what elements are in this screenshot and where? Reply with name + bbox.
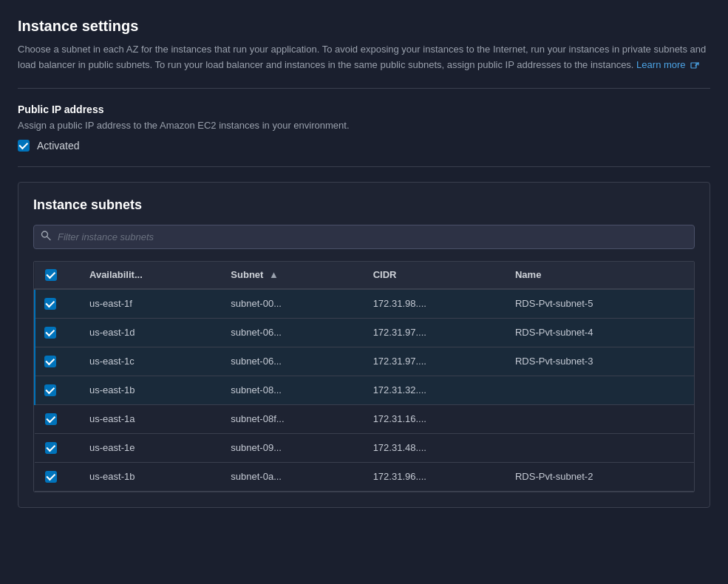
row-3-cidr: 172.31.32.... bbox=[363, 376, 505, 404]
row-4-checkbox-cell[interactable] bbox=[35, 404, 79, 433]
row-0-subnet: subnet-00... bbox=[220, 289, 362, 319]
row-1-checkbox[interactable] bbox=[44, 327, 56, 339]
row-0-name: RDS-Pvt-subnet-5 bbox=[505, 289, 694, 319]
row-0-checkbox-cell[interactable] bbox=[35, 289, 79, 319]
instance-subnets-section: Instance subnets Availabili bbox=[18, 182, 710, 508]
row-3-checkbox-cell[interactable] bbox=[35, 376, 79, 404]
external-link-icon bbox=[690, 61, 699, 69]
row-2-subnet: subnet-06... bbox=[220, 347, 362, 376]
activated-checkbox[interactable] bbox=[18, 140, 30, 152]
activated-checkbox-row: Activated bbox=[18, 140, 710, 152]
public-ip-title: Public IP address bbox=[18, 103, 710, 115]
page-title: Instance settings bbox=[18, 18, 710, 35]
row-4-az: us-east-1a bbox=[79, 404, 220, 433]
table-row[interactable]: us-east-1esubnet-09...172.31.48.... bbox=[35, 433, 694, 462]
subnet-sort-icon: ▲ bbox=[269, 269, 279, 280]
learn-more-link[interactable]: Learn more bbox=[636, 59, 699, 70]
col-header-checkbox[interactable] bbox=[35, 262, 79, 289]
row-1-az: us-east-1d bbox=[79, 318, 220, 347]
subnets-table-container: Availabilit... Subnet ▲ CIDR Name bbox=[33, 261, 695, 492]
row-4-cidr: 172.31.16.... bbox=[363, 404, 505, 433]
col-header-name: Name bbox=[505, 262, 694, 289]
subnet-table-body: us-east-1fsubnet-00...172.31.98....RDS-P… bbox=[35, 289, 694, 492]
row-3-checkbox[interactable] bbox=[44, 384, 56, 396]
row-2-name: RDS-Pvt-subnet-3 bbox=[505, 347, 694, 376]
col-header-cidr: CIDR bbox=[363, 262, 505, 289]
row-6-checkbox-cell[interactable] bbox=[35, 462, 79, 491]
row-1-subnet: subnet-06... bbox=[220, 318, 362, 347]
row-4-subnet: subnet-08f... bbox=[220, 404, 362, 433]
instance-settings-description: Choose a subnet in each AZ for the insta… bbox=[18, 42, 710, 73]
row-1-cidr: 172.31.97.... bbox=[363, 318, 505, 347]
table-row[interactable]: us-east-1bsubnet-0a...172.31.96....RDS-P… bbox=[35, 462, 694, 491]
col-header-availability-zone: Availabilit... bbox=[79, 262, 220, 289]
row-6-checkbox[interactable] bbox=[45, 471, 57, 483]
svg-point-1 bbox=[42, 231, 48, 237]
row-5-checkbox[interactable] bbox=[45, 442, 57, 454]
table-row[interactable]: us-east-1fsubnet-00...172.31.98....RDS-P… bbox=[35, 289, 694, 319]
row-2-checkbox[interactable] bbox=[44, 356, 56, 367]
row-3-subnet: subnet-08... bbox=[220, 376, 362, 404]
table-row[interactable]: us-east-1bsubnet-08...172.31.32.... bbox=[35, 376, 694, 404]
activated-label: Activated bbox=[37, 140, 80, 152]
row-1-name: RDS-Pvt-subnet-4 bbox=[505, 318, 694, 347]
subnets-table: Availabilit... Subnet ▲ CIDR Name bbox=[34, 262, 694, 492]
row-3-name bbox=[505, 376, 694, 404]
table-row[interactable]: us-east-1asubnet-08f...172.31.16.... bbox=[35, 404, 694, 433]
row-2-checkbox-cell[interactable] bbox=[35, 347, 79, 376]
search-input[interactable] bbox=[33, 225, 695, 249]
row-5-az: us-east-1e bbox=[79, 433, 220, 462]
divider-1 bbox=[18, 88, 710, 89]
row-4-checkbox[interactable] bbox=[45, 413, 57, 425]
row-2-cidr: 172.31.97.... bbox=[363, 347, 505, 376]
page-container: Instance settings Choose a subnet in eac… bbox=[0, 0, 728, 508]
row-5-cidr: 172.31.48.... bbox=[363, 433, 505, 462]
row-6-cidr: 172.31.96.... bbox=[363, 462, 505, 491]
row-4-name bbox=[505, 404, 694, 433]
row-6-az: us-east-1b bbox=[79, 462, 220, 491]
search-icon bbox=[41, 231, 51, 243]
row-2-az: us-east-1c bbox=[79, 347, 220, 376]
select-all-checkbox[interactable] bbox=[45, 269, 57, 281]
row-6-name: RDS-Pvt-subnet-2 bbox=[505, 462, 694, 491]
table-header-row: Availabilit... Subnet ▲ CIDR Name bbox=[35, 262, 694, 289]
public-ip-section: Public IP address Assign a public IP add… bbox=[18, 103, 710, 152]
row-3-az: us-east-1b bbox=[79, 376, 220, 404]
table-row[interactable]: us-east-1dsubnet-06...172.31.97....RDS-P… bbox=[35, 318, 694, 347]
row-1-checkbox-cell[interactable] bbox=[35, 318, 79, 347]
row-0-cidr: 172.31.98.... bbox=[363, 289, 505, 319]
row-6-subnet: subnet-0a... bbox=[220, 462, 362, 491]
row-0-checkbox[interactable] bbox=[44, 298, 56, 310]
table-row[interactable]: us-east-1csubnet-06...172.31.97....RDS-P… bbox=[35, 347, 694, 376]
public-ip-description: Assign a public IP address to the Amazon… bbox=[18, 120, 710, 131]
svg-line-2 bbox=[47, 237, 50, 240]
col-header-subnet[interactable]: Subnet ▲ bbox=[220, 262, 362, 289]
row-5-subnet: subnet-09... bbox=[220, 433, 362, 462]
row-5-checkbox-cell[interactable] bbox=[35, 433, 79, 462]
row-5-name bbox=[505, 433, 694, 462]
divider-2 bbox=[18, 166, 710, 167]
subnets-title: Instance subnets bbox=[33, 197, 695, 213]
instance-settings-section: Instance settings Choose a subnet in eac… bbox=[18, 18, 710, 73]
row-0-az: us-east-1f bbox=[79, 289, 220, 319]
search-container bbox=[33, 225, 695, 249]
